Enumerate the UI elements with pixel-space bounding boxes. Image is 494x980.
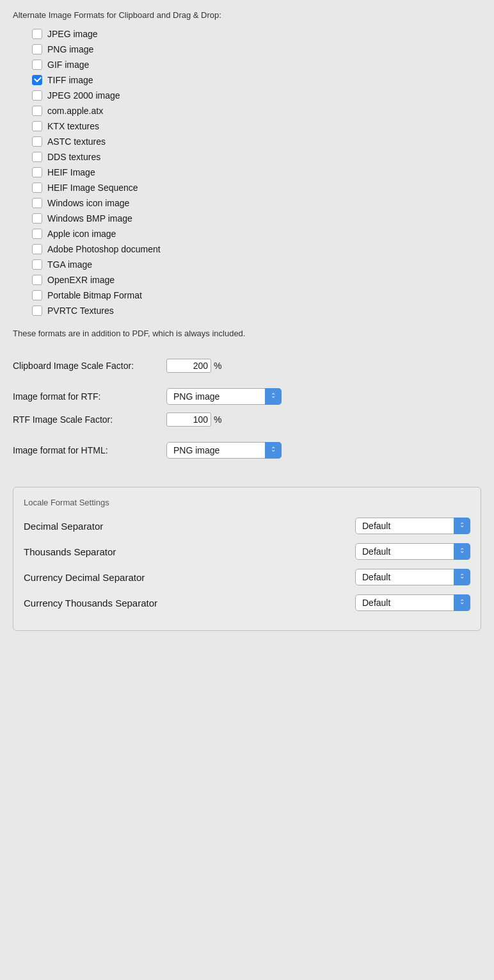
checkbox-jpeg2000-label[interactable]: JPEG 2000 image bbox=[47, 90, 120, 101]
checkbox-heif-label[interactable]: HEIF Image bbox=[47, 167, 95, 177]
checkbox-heifseq-label[interactable]: HEIF Image Sequence bbox=[47, 183, 138, 193]
checkbox-appleicon-label[interactable]: Apple icon image bbox=[47, 229, 116, 239]
checkbox-item-comappleatx: com.apple.atx bbox=[32, 106, 481, 116]
clipboard-scale-unit: % bbox=[214, 361, 221, 371]
checkbox-winbmp-label[interactable]: Windows BMP image bbox=[47, 213, 132, 224]
html-format-label: Image format for HTML: bbox=[13, 445, 166, 455]
checkbox-dds-label[interactable]: DDS textures bbox=[47, 152, 100, 162]
locale-thousands-label: Thousands Separator bbox=[24, 546, 116, 557]
checkbox-jpeg-label[interactable]: JPEG image bbox=[47, 29, 98, 39]
checkbox-item-winicon: Windows icon image bbox=[32, 198, 481, 208]
checkbox-item-png: PNG image bbox=[32, 44, 481, 54]
locale-section-title: Locale Format Settings bbox=[24, 498, 470, 507]
checkbox-item-openexr: OpenEXR image bbox=[32, 275, 481, 285]
locale-section: Locale Format Settings Decimal Separator… bbox=[13, 487, 481, 631]
rtf-scale-row: RTF Image Scale Factor: % bbox=[13, 412, 481, 427]
locale-currency-thousands-label: Currency Thousands Separator bbox=[24, 598, 157, 608]
checkbox-png-label[interactable]: PNG image bbox=[47, 44, 93, 54]
checkbox-tga-label[interactable]: TGA image bbox=[47, 259, 92, 270]
checkbox-winicon-label[interactable]: Windows icon image bbox=[47, 198, 129, 208]
checkbox-jpeg[interactable] bbox=[32, 29, 42, 39]
locale-currency-thousands-select[interactable]: Default Comma Period Space bbox=[355, 594, 470, 611]
checkbox-item-psd: Adobe Photoshop document bbox=[32, 244, 481, 254]
checkbox-ktx-label[interactable]: KTX textures bbox=[47, 121, 99, 131]
section-title: Alternate Image Formats for Clipboard an… bbox=[13, 10, 481, 20]
checkbox-openexr-label[interactable]: OpenEXR image bbox=[47, 275, 115, 285]
locale-decimal-select[interactable]: Default Comma Period bbox=[355, 518, 470, 534]
rtf-format-select[interactable]: PNG image JPEG image TIFF image bbox=[166, 388, 282, 405]
checkbox-winicon[interactable] bbox=[32, 198, 42, 208]
rtf-scale-unit: % bbox=[214, 414, 221, 425]
checkbox-item-gif: GIF image bbox=[32, 60, 481, 70]
checkbox-item-jpeg: JPEG image bbox=[32, 29, 481, 39]
locale-thousands-select[interactable]: Default Comma Period Space bbox=[355, 543, 470, 560]
checkbox-pbm-label[interactable]: Portable Bitmap Format bbox=[47, 290, 142, 300]
checkbox-item-winbmp: Windows BMP image bbox=[32, 213, 481, 224]
checkbox-item-tiff: TIFF image bbox=[32, 75, 481, 85]
locale-currency-decimal-select[interactable]: Default Comma Period bbox=[355, 569, 470, 585]
clipboard-scale-label: Clipboard Image Scale Factor: bbox=[13, 361, 166, 371]
checkbox-psd[interactable] bbox=[32, 244, 42, 254]
locale-currency-thousands-select-wrapper: Default Comma Period Space bbox=[355, 594, 470, 611]
html-format-select[interactable]: PNG image JPEG image TIFF image bbox=[166, 442, 282, 459]
locale-thousands-select-wrapper: Default Comma Period Space bbox=[355, 543, 470, 560]
checkbox-appleicon[interactable] bbox=[32, 229, 42, 239]
rtf-format-row: Image format for RTF: PNG image JPEG ima… bbox=[13, 388, 481, 405]
clipboard-scale-input[interactable] bbox=[166, 359, 211, 373]
locale-decimal-label: Decimal Separator bbox=[24, 521, 103, 532]
checkbox-openexr[interactable] bbox=[32, 275, 42, 285]
checkbox-tga[interactable] bbox=[32, 259, 42, 270]
checkbox-group: JPEG image PNG image GIF image TIFF imag… bbox=[32, 29, 481, 316]
checkbox-jpeg2000[interactable] bbox=[32, 90, 42, 101]
locale-currency-decimal-label: Currency Decimal Separator bbox=[24, 572, 145, 583]
note-text: These formats are in addition to PDF, wh… bbox=[13, 329, 481, 338]
locale-currency-decimal-select-wrapper: Default Comma Period bbox=[355, 569, 470, 585]
locale-decimal-row: Decimal Separator Default Comma Period bbox=[24, 518, 470, 534]
checkbox-item-tga: TGA image bbox=[32, 259, 481, 270]
checkbox-item-jpeg2000: JPEG 2000 image bbox=[32, 90, 481, 101]
checkbox-comappleatx[interactable] bbox=[32, 106, 42, 116]
checkbox-astc[interactable] bbox=[32, 136, 42, 147]
rtf-scale-label: RTF Image Scale Factor: bbox=[13, 414, 166, 425]
checkbox-pvrtc-label[interactable]: PVRTC Textures bbox=[47, 306, 114, 316]
checkbox-dds[interactable] bbox=[32, 152, 42, 162]
checkbox-item-heifseq: HEIF Image Sequence bbox=[32, 183, 481, 193]
rtf-format-select-wrapper: PNG image JPEG image TIFF image bbox=[166, 388, 282, 405]
checkbox-psd-label[interactable]: Adobe Photoshop document bbox=[47, 244, 161, 254]
checkbox-pbm[interactable] bbox=[32, 290, 42, 300]
checkbox-item-astc: ASTC textures bbox=[32, 136, 481, 147]
checkbox-astc-label[interactable]: ASTC textures bbox=[47, 136, 106, 147]
checkbox-tiff[interactable] bbox=[32, 75, 42, 85]
checkbox-ktx[interactable] bbox=[32, 121, 42, 131]
checkbox-heif[interactable] bbox=[32, 167, 42, 177]
checkbox-item-pbm: Portable Bitmap Format bbox=[32, 290, 481, 300]
clipboard-scale-row: Clipboard Image Scale Factor: % bbox=[13, 359, 481, 373]
checkbox-png[interactable] bbox=[32, 44, 42, 54]
locale-currency-decimal-row: Currency Decimal Separator Default Comma… bbox=[24, 569, 470, 585]
main-container: Alternate Image Formats for Clipboard an… bbox=[0, 0, 494, 641]
locale-thousands-row: Thousands Separator Default Comma Period… bbox=[24, 543, 470, 560]
html-format-select-wrapper: PNG image JPEG image TIFF image bbox=[166, 442, 282, 459]
checkbox-item-ktx: KTX textures bbox=[32, 121, 481, 131]
rtf-format-label: Image format for RTF: bbox=[13, 391, 166, 402]
checkbox-item-dds: DDS textures bbox=[32, 152, 481, 162]
locale-currency-thousands-row: Currency Thousands Separator Default Com… bbox=[24, 594, 470, 611]
checkbox-heifseq[interactable] bbox=[32, 183, 42, 193]
checkbox-gif[interactable] bbox=[32, 60, 42, 70]
checkbox-item-pvrtc: PVRTC Textures bbox=[32, 306, 481, 316]
checkbox-pvrtc[interactable] bbox=[32, 306, 42, 316]
checkbox-winbmp[interactable] bbox=[32, 213, 42, 224]
checkbox-tiff-label[interactable]: TIFF image bbox=[47, 75, 93, 85]
rtf-scale-input[interactable] bbox=[166, 412, 211, 427]
checkbox-item-heif: HEIF Image bbox=[32, 167, 481, 177]
checkbox-item-appleicon: Apple icon image bbox=[32, 229, 481, 239]
locale-decimal-select-wrapper: Default Comma Period bbox=[355, 518, 470, 534]
checkbox-comappleatx-label[interactable]: com.apple.atx bbox=[47, 106, 103, 116]
checkbox-gif-label[interactable]: GIF image bbox=[47, 60, 89, 70]
html-format-row: Image format for HTML: PNG image JPEG im… bbox=[13, 442, 481, 459]
